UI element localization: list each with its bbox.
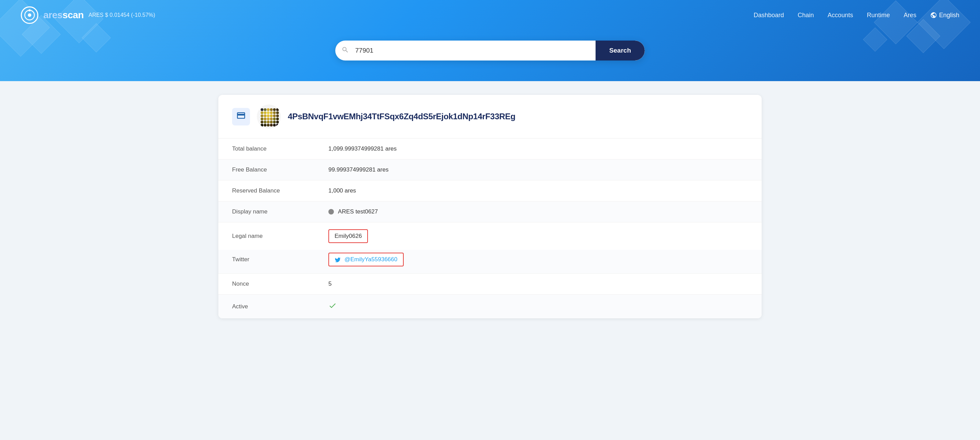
- table-row: Nonce 5: [218, 274, 762, 295]
- svg-point-15: [276, 111, 279, 114]
- svg-point-2: [28, 13, 31, 17]
- svg-point-8: [273, 108, 276, 111]
- value-display-name: ARES test0627: [328, 208, 748, 215]
- account-card: 4PsBNvqF1vwEMhj34TtFSqx6Zq4dS5rEjok1dNp1…: [218, 95, 762, 318]
- svg-point-13: [270, 111, 273, 114]
- svg-point-23: [264, 118, 266, 120]
- svg-point-22: [261, 118, 263, 120]
- twitter-link[interactable]: @EmilyYa55936660: [345, 256, 398, 263]
- svg-point-28: [261, 121, 263, 124]
- svg-point-10: [261, 111, 263, 114]
- svg-point-26: [273, 118, 276, 120]
- svg-point-21: [276, 114, 279, 117]
- nav-links: Dashboard Chain Accounts Runtime Ares En…: [754, 12, 959, 19]
- nav-dashboard[interactable]: Dashboard: [754, 12, 784, 19]
- value-total-balance: 1,099.999374999281 ares: [328, 145, 748, 152]
- nav-accounts[interactable]: Accounts: [828, 12, 853, 19]
- svg-point-11: [264, 111, 266, 114]
- svg-point-12: [267, 111, 270, 114]
- value-active: [328, 302, 748, 311]
- table-row: Display name ARES test0627: [218, 202, 762, 222]
- header-top: aresscan ARES $ 0.01454 (-10.57%) Dashbo…: [0, 0, 980, 30]
- logo-icon: [21, 6, 38, 24]
- label-reserved-balance: Reserved Balance: [232, 187, 328, 194]
- account-header: 4PsBNvqF1vwEMhj34TtFSqx6Zq4dS5rEjok1dNp1…: [218, 95, 762, 138]
- svg-point-25: [270, 118, 273, 120]
- value-nonce: 5: [328, 281, 748, 288]
- label-display-name: Display name: [232, 208, 328, 215]
- table-row: Free Balance 99.999374999281 ares: [218, 159, 762, 181]
- nav-runtime[interactable]: Runtime: [867, 12, 890, 19]
- svg-point-6: [267, 108, 270, 111]
- globe-icon: [930, 12, 937, 19]
- svg-point-37: [270, 124, 273, 127]
- svg-point-29: [264, 121, 266, 124]
- search-input[interactable]: [355, 41, 595, 60]
- main-content: 4PsBNvqF1vwEMhj34TtFSqx6Zq4dS5rEjok1dNp1…: [198, 81, 782, 332]
- svg-point-31: [270, 121, 273, 124]
- logo-scan: scan: [63, 10, 84, 20]
- svg-point-30: [267, 121, 270, 124]
- label-active: Active: [232, 303, 328, 310]
- display-name-icon: [328, 209, 334, 214]
- header: aresscan ARES $ 0.01454 (-10.57%) Dashbo…: [0, 0, 980, 81]
- svg-point-24: [267, 118, 270, 120]
- svg-point-3: [29, 9, 30, 11]
- legal-name-highlight: Emily0626: [328, 229, 368, 243]
- account-id-icon: [232, 108, 250, 125]
- display-name-text: ARES test0627: [338, 208, 378, 215]
- language-label: English: [939, 12, 959, 19]
- search-button[interactable]: Search: [595, 41, 645, 60]
- svg-point-17: [264, 114, 266, 117]
- search-box: Search: [335, 41, 645, 60]
- svg-point-39: [276, 124, 279, 127]
- label-twitter: Twitter: [232, 256, 328, 263]
- svg-point-36: [267, 124, 270, 127]
- label-nonce: Nonce: [232, 281, 328, 288]
- svg-point-33: [276, 121, 279, 124]
- svg-point-38: [273, 124, 276, 127]
- nav-language[interactable]: English: [930, 12, 959, 19]
- svg-point-16: [261, 114, 263, 117]
- table-row: Twitter @EmilyYa55936660: [218, 250, 762, 274]
- svg-point-35: [264, 124, 266, 127]
- data-table: Total balance 1,099.999374999281 ares Fr…: [218, 138, 762, 318]
- svg-point-19: [270, 114, 273, 117]
- svg-point-7: [270, 108, 273, 111]
- table-row: Reserved Balance 1,000 ares: [218, 181, 762, 202]
- label-total-balance: Total balance: [232, 145, 328, 152]
- svg-point-18: [267, 114, 270, 117]
- check-icon: [328, 302, 337, 310]
- search-area: Search: [0, 30, 980, 81]
- label-legal-name: Legal name: [232, 233, 328, 240]
- svg-point-32: [273, 121, 276, 124]
- avatar: [257, 105, 281, 129]
- table-row: Total balance 1,099.999374999281 ares: [218, 138, 762, 159]
- value-legal-name: Emily0626: [328, 229, 748, 243]
- table-row: Legal name Emily0626: [218, 222, 762, 250]
- table-row: Active: [218, 295, 762, 318]
- nav-chain[interactable]: Chain: [798, 12, 814, 19]
- value-free-balance: 99.999374999281 ares: [328, 166, 748, 173]
- twitter-highlight: @EmilyYa55936660: [328, 253, 404, 267]
- account-address: 4PsBNvqF1vwEMhj34TtFSqx6Zq4dS5rEjok1dNp1…: [288, 112, 515, 121]
- svg-point-5: [264, 108, 266, 111]
- svg-point-9: [276, 108, 279, 111]
- svg-point-34: [261, 124, 263, 127]
- price-badge: ARES $ 0.01454 (-10.57%): [88, 12, 155, 18]
- nav-ares[interactable]: Ares: [904, 12, 916, 19]
- logo-ares: ares: [43, 10, 63, 20]
- logo-area: aresscan ARES $ 0.01454 (-10.57%): [21, 6, 155, 24]
- value-twitter: @EmilyYa55936660: [328, 253, 748, 267]
- svg-point-27: [276, 118, 279, 120]
- svg-point-4: [261, 108, 263, 111]
- search-icon: [335, 46, 355, 56]
- svg-point-20: [273, 114, 276, 117]
- value-reserved-balance: 1,000 ares: [328, 187, 748, 194]
- label-free-balance: Free Balance: [232, 166, 328, 173]
- twitter-icon: [334, 257, 341, 263]
- svg-point-14: [273, 111, 276, 114]
- legal-name-text: Emily0626: [334, 233, 362, 239]
- logo-text: aresscan: [43, 10, 84, 21]
